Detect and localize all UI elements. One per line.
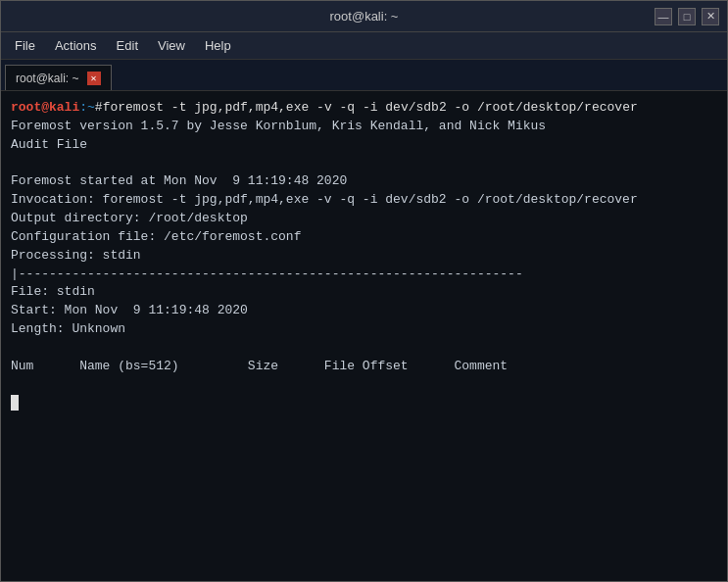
separator-line: |---------------------------------------… (11, 266, 717, 284)
output-line-3: Foremost started at Mon Nov 9 11:19:48 2… (11, 172, 717, 191)
table-header: Num Name (bs=512) Size File Offset Comme… (11, 358, 717, 376)
prompt-symbol: # (95, 99, 103, 118)
empty-line-1 (11, 155, 717, 173)
output-line-9: File: stdin (11, 283, 717, 302)
terminal-area[interactable]: root@kali:~# foremost -t jpg,pdf,mp4,exe… (1, 91, 727, 581)
output-line-4: Invocation: foremost -t jpg,pdf,mp4,exe … (11, 191, 717, 210)
command-line: root@kali:~# foremost -t jpg,pdf,mp4,exe… (11, 99, 717, 118)
tab-label: root@kali: ~ (16, 72, 79, 85)
output-line-10: Start: Mon Nov 9 11:19:48 2020 (11, 302, 717, 320)
output-line-0: Foremost version 1.5.7 by Jesse Kornblum… (11, 118, 717, 136)
window-title: root@kali: ~ (330, 9, 399, 24)
output-line-1: Audit File (11, 136, 717, 155)
close-button[interactable]: ✕ (702, 8, 719, 25)
terminal-command: foremost -t jpg,pdf,mp4,exe -v -q -i dev… (103, 99, 638, 118)
menu-bar: File Actions Edit View Help (1, 32, 727, 60)
menu-help[interactable]: Help (197, 36, 239, 55)
empty-line-2 (11, 339, 717, 358)
output-line-5: Output directory: /root/desktop (11, 210, 717, 228)
output-line-11: Length: Unknown (11, 320, 717, 339)
output-line-6: Configuration file: /etc/foremost.conf (11, 228, 717, 247)
terminal-cursor (11, 395, 19, 411)
maximize-button[interactable]: □ (678, 8, 696, 25)
tab-root[interactable]: root@kali: ~ ✕ (5, 65, 112, 90)
menu-view[interactable]: View (150, 36, 193, 55)
empty-line-3 (11, 376, 717, 395)
prompt-user: root@kali (11, 99, 79, 118)
tab-close-button[interactable]: ✕ (87, 72, 101, 85)
prompt-path: :~ (79, 99, 95, 118)
cursor-line (11, 395, 717, 411)
terminal-window: root@kali: ~ — □ ✕ File Actions Edit Vie… (0, 0, 728, 582)
menu-file[interactable]: File (7, 36, 43, 55)
minimize-button[interactable]: — (655, 8, 672, 25)
tab-bar: root@kali: ~ ✕ (1, 60, 727, 91)
output-line-7: Processing: stdin (11, 247, 717, 266)
menu-actions[interactable]: Actions (47, 36, 105, 55)
title-bar: root@kali: ~ — □ ✕ (1, 1, 727, 32)
window-controls: — □ ✕ (655, 8, 719, 25)
menu-edit[interactable]: Edit (109, 36, 146, 55)
